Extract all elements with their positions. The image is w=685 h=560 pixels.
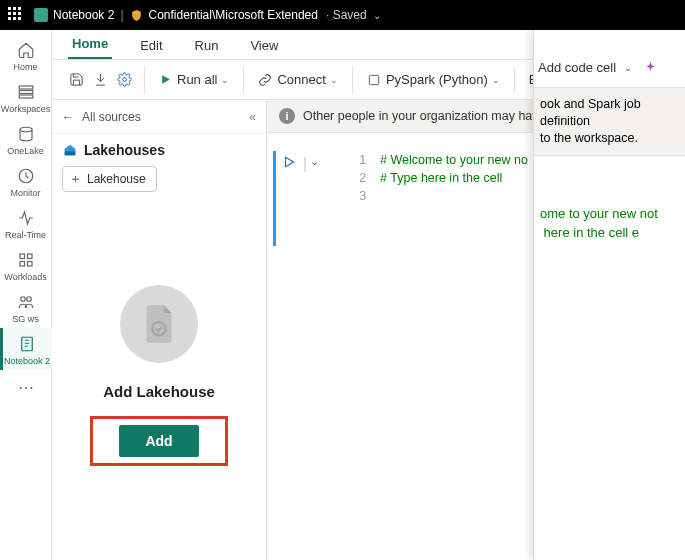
svg-point-9: [20, 297, 25, 302]
tab-run[interactable]: Run: [191, 32, 223, 59]
nav-label: Notebook 2: [4, 356, 50, 366]
nav-onelake[interactable]: OneLake: [0, 118, 52, 160]
left-nav-rail: Home Workspaces OneLake Monitor Real-Tim…: [0, 30, 52, 560]
svg-rect-5: [20, 254, 25, 259]
app-launcher-icon[interactable]: [8, 7, 24, 23]
nav-label: OneLake: [7, 146, 44, 156]
nav-label: Workspaces: [1, 104, 50, 114]
monitor-icon: [16, 166, 36, 186]
nav-label: Real-Time: [5, 230, 46, 240]
chevron-down-icon[interactable]: ⌄: [624, 62, 632, 73]
sparkle-icon[interactable]: [644, 61, 657, 74]
nav-workspaces[interactable]: Workspaces: [0, 76, 52, 118]
svg-rect-6: [27, 254, 32, 259]
sensitivity-label[interactable]: Confidential\Microsoft Extended: [149, 8, 318, 22]
nav-more[interactable]: ⋯: [18, 370, 34, 405]
empty-state-icon: [120, 285, 198, 363]
svg-point-12: [122, 78, 126, 82]
code-text: # Welcome to your new no # Type here in …: [380, 151, 528, 246]
empty-state-title: Add Lakehouse: [103, 383, 215, 400]
code-content[interactable]: 123 # Welcome to your new no # Type here…: [359, 151, 528, 246]
save-icon[interactable]: [68, 72, 84, 88]
tab-edit[interactable]: Edit: [136, 32, 166, 59]
language-label: PySpark (Python): [386, 72, 488, 87]
tab-view[interactable]: View: [246, 32, 282, 59]
run-all-label: Run all: [177, 72, 217, 87]
svg-rect-8: [27, 262, 32, 267]
tab-home[interactable]: Home: [68, 30, 112, 59]
add-code-cell-button[interactable]: Add code cell: [538, 60, 616, 75]
line-numbers: 123: [359, 151, 366, 246]
svg-point-3: [20, 127, 32, 132]
svg-rect-0: [19, 86, 33, 89]
overlay-code-preview: ome to your new not here in the cell e: [534, 156, 685, 242]
language-icon: [367, 73, 381, 87]
svg-rect-2: [19, 95, 33, 98]
onelake-icon: [16, 124, 36, 144]
empty-state: Add Lakehouse Add: [52, 202, 266, 560]
add-button-highlight: Add: [90, 416, 227, 466]
collapse-panel-icon[interactable]: «: [249, 110, 256, 124]
nav-notebook2[interactable]: Notebook 2: [0, 328, 52, 370]
workspaces-icon: [16, 82, 36, 102]
plus-icon: ＋: [69, 170, 82, 188]
separator: |: [120, 8, 123, 22]
sensitivity-shield-icon: [130, 8, 144, 22]
workloads-icon: [16, 250, 36, 270]
back-arrow-icon[interactable]: ←: [62, 110, 74, 124]
info-icon: i: [279, 108, 295, 124]
overlay-toolbar: Add code cell ⌄: [534, 48, 685, 88]
svg-rect-7: [20, 262, 25, 267]
cell-divider: |: [303, 155, 307, 173]
nav-realtime[interactable]: Real-Time: [0, 202, 52, 244]
connect-label: Connect: [277, 72, 325, 87]
lakehouses-title: Lakehouses: [84, 142, 165, 158]
svg-point-10: [26, 297, 31, 302]
cell-menu-chevron-icon[interactable]: ⌄: [310, 155, 319, 168]
nav-sg-ws[interactable]: SG ws: [0, 286, 52, 328]
add-button[interactable]: Add: [119, 425, 198, 457]
play-icon: [159, 73, 172, 86]
nav-label: Workloads: [4, 272, 46, 282]
nav-monitor[interactable]: Monitor: [0, 160, 52, 202]
home-icon: [16, 40, 36, 60]
notebook-file-icon: [17, 334, 37, 354]
lakehouse-icon: [62, 142, 78, 158]
lakehouses-header: Lakehouses: [52, 134, 266, 162]
workspace-icon: [16, 292, 36, 312]
realtime-icon: [16, 208, 36, 228]
chip-label: Lakehouse: [87, 172, 146, 186]
connect-icon: [258, 73, 272, 87]
svg-rect-1: [19, 91, 33, 94]
overlay-banner: ook and Spark job definition to the work…: [534, 88, 685, 156]
chevron-down-icon: ⌄: [492, 75, 500, 85]
all-sources-label[interactable]: All sources: [82, 110, 141, 124]
svg-rect-13: [369, 75, 378, 84]
run-all-button[interactable]: Run all ⌄: [153, 69, 235, 90]
language-selector[interactable]: PySpark (Python) ⌄: [361, 69, 506, 90]
connect-button[interactable]: Connect ⌄: [252, 69, 343, 90]
nav-label: Monitor: [10, 188, 40, 198]
save-status: · Saved: [326, 8, 367, 22]
settings-gear-icon[interactable]: [116, 72, 132, 88]
add-lakehouse-chip[interactable]: ＋ Lakehouse: [62, 166, 157, 192]
nav-workloads[interactable]: Workloads: [0, 244, 52, 286]
nav-label: SG ws: [12, 314, 39, 324]
notebook-title[interactable]: Notebook 2: [53, 8, 114, 22]
nav-home[interactable]: Home: [0, 34, 52, 76]
download-icon[interactable]: [92, 72, 108, 88]
svg-rect-11: [22, 337, 33, 351]
sources-header: ← All sources «: [52, 100, 266, 134]
chevron-down-icon[interactable]: ⌄: [373, 10, 381, 21]
notebook-icon: [34, 8, 48, 22]
cell-active-indicator: [273, 151, 276, 246]
overlay-panel: Add code cell ⌄ ook and Spark job defini…: [533, 30, 685, 560]
chevron-down-icon: ⌄: [330, 75, 338, 85]
title-bar: Notebook 2 | Confidential\Microsoft Exte…: [0, 0, 685, 30]
explorer-panel: ← All sources « Lakehouses ＋ Lakehouse A…: [52, 100, 267, 560]
chevron-down-icon: ⌄: [221, 75, 229, 85]
nav-label: Home: [13, 62, 37, 72]
run-cell-button[interactable]: [282, 155, 296, 173]
